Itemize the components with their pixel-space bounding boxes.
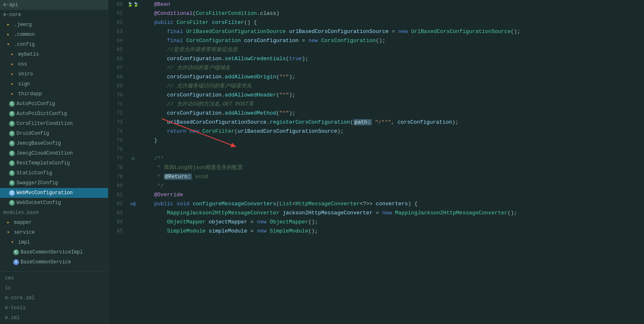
sidebar-item-BaseCommonServiceImpl[interactable]: C BaseCommonServiceImpl [0, 247, 108, 257]
sidebar-item-jeecg[interactable]: ▸ .jeecg [0, 20, 108, 30]
sidebar-item-modules-base[interactable]: modules.base [0, 208, 108, 218]
line-num-80: 80 [108, 181, 127, 190]
sidebar-item-etools[interactable]: e-tools [3, 303, 105, 313]
line-num-68: 68 [108, 73, 127, 82]
code-content: 60 🍃🍃 @Bean 61 @Conditional(CorsFilterCo… [108, 0, 644, 236]
code-line-74: 74 return new CorsFilter(urlBasedCorsCon… [108, 127, 644, 136]
code-line-71: 71 // 允许访问的方法名,GET POST等 [108, 100, 644, 109]
line-num-78: 78 [108, 163, 127, 172]
line-num-69: 69 [108, 82, 127, 91]
line-num-64: 64 [108, 36, 127, 45]
sidebar-item-impl[interactable]: ▾ impl [0, 237, 108, 247]
jeecgcloud-label: JeecgCloudCondition [16, 149, 73, 157]
sidebar-item-ic[interactable]: ic [3, 283, 105, 293]
class-icon: C [9, 170, 15, 176]
line-content-60: @Bean [139, 0, 644, 9]
class-icon: C [9, 150, 15, 156]
line-num-72: 72 [108, 109, 127, 118]
code-line-63: 63 final UrlBasedCorsConfigurationSource… [108, 27, 644, 36]
jeecgbase-label: JeecgBaseConfig [16, 139, 61, 148]
line-content-70: corsConfiguration.addAllowedHeader("*"); [139, 91, 644, 100]
druid-label: DruidConfig [16, 129, 49, 138]
class-icon: C [9, 121, 15, 127]
line-num-84: 84 [108, 218, 127, 227]
file-tree-sidebar: e-api e-core ▸ .jeecg ▸ .common ▾ .confi… [0, 0, 108, 324]
line-content-61: @Conditional(CorsFilterCondition.class) [139, 9, 644, 18]
sidebar-item-Swagger2Config[interactable]: C Swagger2Config [0, 178, 108, 188]
sidebar-item-mybatis[interactable]: ▸ mybatis [0, 49, 108, 59]
sidebar-item-ecore-iml[interactable]: e-core.iml [3, 293, 105, 303]
sidebar-item-RestTemplateConfig[interactable]: C RestTemplateConfig [0, 158, 108, 168]
sidebar-item-eiml[interactable]: e.iml [3, 313, 105, 323]
sidebar-item-StaticConfig[interactable]: C StaticConfig [0, 168, 108, 178]
sidebar-item-oss[interactable]: ▸ oss [0, 59, 108, 69]
code-line-66: 66 corsConfiguration.setAllowCredentials… [108, 54, 644, 63]
folder-icon: ▸ [5, 31, 12, 38]
sidebar-item-WebSocketConfig[interactable]: C WebSocketConfig [0, 198, 108, 208]
sidebar-item-config[interactable]: ▾ .config [0, 40, 108, 49]
sidebar-item-AutoPoiDictConfig[interactable]: C AutoPoiDictConfig [0, 109, 108, 119]
sidebar-item-AutoPoiConfig[interactable]: C AutoPoiConfig [0, 99, 108, 109]
service-label: service [14, 228, 35, 237]
line-num-76: 76 [108, 145, 127, 154]
line-content-67: // 允许访问的客户端域名 [139, 63, 644, 73]
common-label: .common [14, 31, 35, 39]
mapper-label: mapper [14, 218, 32, 227]
code-editor: 60 🍃🍃 @Bean 61 @Conditional(CorsFilterCo… [108, 0, 644, 324]
line-content-83: MappingJackson2HttpMessageConverter jack… [139, 209, 644, 218]
mybatis-label: mybatis [18, 50, 39, 59]
sidebar-item-shiro[interactable]: ▸ shiro [0, 69, 108, 79]
sidebar-item-sign[interactable]: ▸ sign [0, 79, 108, 89]
line-num-75: 75 [108, 136, 127, 145]
sidebar-item-JeecgCloudCondition[interactable]: C JeecgCloudCondition [0, 148, 108, 158]
sidebar-item-thirdapp[interactable]: ▸ thirdapp [0, 89, 108, 99]
shiro-label: shiro [18, 70, 33, 78]
sidebar-item-WebMvcConfiguration[interactable]: C WebMvcConfiguration [0, 188, 108, 198]
line-content-84: ObjectMapper objectMapper = new ObjectMa… [139, 218, 644, 227]
e-core-label: e-core [3, 11, 21, 19]
ecore-iml-label: e-core.iml [5, 294, 35, 302]
sidebar-item-service[interactable]: ▾ service [0, 228, 108, 237]
line-content-68: corsConfiguration.addAllowedOrigin("*"); [139, 73, 644, 82]
webmvc-label: WebMvcConfiguration [16, 189, 73, 197]
code-line-81: 81 @Override [108, 190, 644, 200]
sidebar-item-CorsFilterCondition[interactable]: C CorsFilterCondition [0, 119, 108, 129]
sidebar-item-e-core[interactable]: e-core [0, 10, 108, 20]
sidebar-item-ces[interactable]: ces [3, 273, 105, 283]
line-num-73: 73 [108, 118, 127, 127]
code-line-65: 65 //是否允许请求带有验证信息 [108, 45, 644, 54]
sidebar-item-e-api[interactable]: e-api [0, 0, 108, 10]
cors-label: CorsFilterCondition [16, 120, 73, 128]
line-num-77: 77 [108, 154, 127, 163]
line-content-75: } [139, 136, 644, 145]
folder-icon: ▸ [9, 61, 16, 68]
line-num-81: 81 [108, 190, 127, 200]
autopoi-label: AutoPoiConfig [16, 100, 55, 108]
line-num-63: 63 [108, 27, 127, 36]
class-icon: C [9, 131, 15, 136]
folder-icon: ▾ [5, 41, 12, 48]
modules-base-label: modules.base [3, 209, 39, 217]
sidebar-item-DruidConfig[interactable]: C DruidConfig [0, 129, 108, 139]
class-icon: C [9, 101, 15, 107]
line-content-82: public void configureMessageConverters(L… [139, 200, 644, 209]
line-content-79: * @Return: void [139, 172, 644, 181]
code-line-69: 69 // 允许服务端访问的客户端请求头 [108, 82, 644, 91]
code-line-77: 77 ≡ /** [108, 154, 644, 163]
code-line-79: 79 * @Return: void [108, 172, 644, 181]
websocket-label: WebSocketConfig [16, 199, 61, 207]
code-line-82: 82 ⊙@ public void configureMessageConver… [108, 200, 644, 209]
sidebar-item-mapper[interactable]: ▸ mapper [0, 218, 108, 228]
line-content-78: * 添加Long转json精度丢失的配置 [139, 163, 644, 172]
oss-label: oss [18, 60, 27, 68]
sidebar-item-JeecgBaseConfig[interactable]: C JeecgBaseConfig [0, 139, 108, 148]
etools-label: e-tools [5, 304, 26, 312]
code-line-64: 64 final CorsConfiguration corsConfigura… [108, 36, 644, 45]
line-content-63: final UrlBasedCorsConfigurationSource ur… [139, 27, 644, 36]
line-num-65: 65 [108, 45, 127, 54]
sidebar-item-BaseCommonService[interactable]: I BaseCommonService [0, 257, 108, 267]
folder-icon: ▸ [9, 91, 16, 97]
line-content-64: final CorsConfiguration corsConfiguratio… [139, 36, 644, 45]
sidebar-item-common[interactable]: ▸ .common [0, 30, 108, 40]
line-content-69: // 允许服务端访问的客户端请求头 [139, 82, 644, 91]
